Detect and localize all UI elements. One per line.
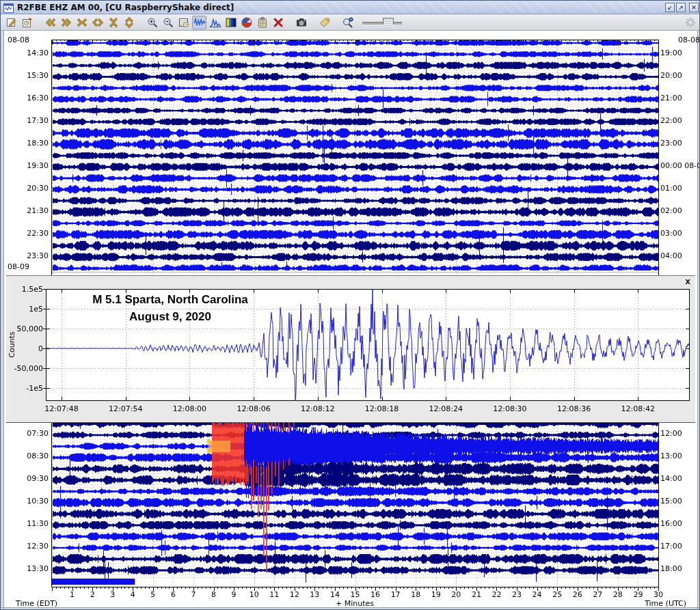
heli-time-label-right: 14:00 — [660, 474, 682, 484]
wave-view-icon — [193, 16, 206, 29]
heli-time-label-left: 18:30 — [1, 139, 49, 148]
inset-xtick-label: 12:07:48 — [34, 404, 89, 413]
heli-time-label-right: 02:00 — [660, 206, 682, 216]
minute-tick-label: 25 — [548, 590, 567, 600]
helicorder-settings-button[interactable] — [176, 16, 191, 29]
expand-time-button[interactable] — [90, 16, 105, 29]
minute-tick-label: 27 — [588, 590, 607, 600]
spectrogram-view-button[interactable] — [224, 16, 238, 29]
heli-time-label-right: 03:00 — [660, 229, 682, 238]
scroll-back-icon — [44, 16, 57, 29]
heli-time-label-right: 01:00 — [660, 184, 682, 193]
heli-time-label-left: 16:30 — [1, 94, 49, 103]
open-wave-source-button[interactable] — [4, 16, 18, 29]
inset-xtick-label: 12:07:54 — [98, 404, 153, 413]
inset-xtick-label: 12:08:36 — [547, 404, 602, 413]
search-events-icon — [342, 16, 354, 29]
heli-time-label-right: 22:00 — [660, 116, 682, 126]
heli-time-label-left: 13:30 — [1, 564, 49, 574]
zoom-in-button[interactable] — [145, 16, 159, 29]
minute-tick-label: 15 — [346, 590, 365, 600]
spectra-view-icon — [209, 16, 221, 29]
inset-title-line1: M 5.1 Sparta, North Carolina — [61, 291, 280, 308]
inset-close-button[interactable]: x — [683, 277, 692, 286]
settings-gear-button — [683, 16, 697, 29]
gain-slider[interactable] — [362, 17, 402, 28]
minute-tick-label: 14 — [325, 590, 345, 600]
close-button[interactable]: ✕ — [689, 3, 699, 12]
minute-tick-label: 4 — [123, 590, 142, 600]
minute-tick-label: 10 — [245, 590, 264, 600]
capture-image-button[interactable] — [294, 16, 308, 29]
expand-height-button[interactable] — [122, 16, 136, 29]
heli-time-label-right: 20:00 — [660, 71, 682, 81]
inset-xtick-label: 12:08:42 — [610, 404, 665, 413]
heli-date-label: 08-08 — [8, 36, 29, 45]
compress-time-button[interactable] — [75, 16, 89, 29]
zoom-out-icon — [162, 16, 174, 29]
wave-view-button[interactable] — [192, 16, 206, 29]
slider-thumb[interactable] — [383, 18, 394, 29]
heli-time-label-left: 19:30 — [1, 161, 49, 171]
minute-tick-label: 13 — [305, 590, 324, 600]
scroll-forward-button[interactable] — [59, 16, 73, 29]
slider-groove — [362, 22, 402, 25]
copy-clipboard-button[interactable] — [255, 16, 269, 29]
heli-time-label-right: 19:00 — [660, 48, 682, 58]
heli-time-label-right: 12:00 — [660, 429, 682, 439]
inset-xtick-label: 12:08:12 — [291, 404, 345, 413]
app-window: R2FBE EHZ AM 00, [CU RaspberryShake dire… — [0, 0, 700, 610]
heli-date-label: 08-08 — [678, 36, 700, 45]
heli-time-label-left: 22:30 — [1, 229, 49, 238]
phase-tag-button[interactable] — [317, 16, 332, 29]
zoom-out-button[interactable] — [161, 16, 175, 29]
minute-tick-label: 29 — [628, 590, 647, 600]
heli-time-label-left: 21:30 — [1, 206, 49, 216]
minute-tick-label: 3 — [103, 590, 122, 600]
rsam-view-button[interactable] — [239, 16, 254, 29]
maximize-button[interactable]: ↗ — [676, 3, 686, 12]
inset-ytick-label: 0 — [6, 344, 43, 353]
heli-time-label-left: 17:30 — [1, 116, 49, 126]
heli-time-label-right: 16:00 — [660, 519, 682, 529]
scroll-forward-icon — [60, 16, 72, 29]
remove-wave-button[interactable] — [271, 16, 285, 29]
wave-inset-panel: M 5.1 Sparta, North Carolina August 9, 2… — [6, 275, 695, 423]
rsam-view-icon — [241, 16, 253, 29]
time-utc-axis-label: Time (UTC) — [602, 599, 686, 609]
heli-time-label-right: 23:00 — [660, 139, 682, 148]
minute-tick-label: 12 — [285, 590, 304, 600]
minute-tick-label: 30 — [649, 590, 668, 600]
inset-xtick-label: 12:08:24 — [418, 404, 473, 413]
minute-tick-label: 8 — [204, 590, 224, 600]
inset-ytick-label: -1e5 — [6, 384, 43, 393]
heli-time-label-right: 00:00 08-09 — [660, 161, 700, 171]
expand-time-icon — [92, 16, 104, 29]
inset-xtick-label: 12:08:00 — [162, 404, 217, 413]
inset-ytick-label: 1.5e5 — [6, 285, 43, 294]
search-events-button[interactable] — [340, 16, 355, 29]
capture-image-icon — [295, 16, 308, 29]
heli-time-label-left: 15:30 — [1, 71, 49, 81]
title-bar[interactable]: R2FBE EHZ AM 00, [CU RaspberryShake dire… — [1, 1, 700, 14]
inset-xtick-label: 12:08:18 — [355, 404, 409, 413]
minute-tick-label: 16 — [366, 590, 385, 600]
heli-time-label-right: 15:00 — [660, 497, 682, 506]
remove-wave-icon — [272, 16, 284, 29]
compress-height-button[interactable] — [106, 16, 120, 29]
heli-time-label-left: 07:30 — [1, 429, 49, 439]
time-edt-axis-label: Time (EDT) — [16, 599, 57, 609]
spectra-view-button[interactable] — [208, 16, 222, 29]
minute-tick-label: 9 — [224, 590, 243, 600]
scroll-back-button[interactable] — [43, 16, 57, 29]
compress-time-icon — [76, 16, 88, 29]
heli-time-label-right: 04:00 — [660, 251, 682, 261]
zoom-in-icon — [146, 16, 159, 29]
inset-ytick-label: -50,000 — [6, 364, 43, 373]
restore-button[interactable]: ↙ — [665, 3, 675, 12]
minute-tick-label: 24 — [528, 590, 547, 600]
copy-clipboard-icon — [256, 16, 269, 29]
minute-tick-label: 11 — [265, 590, 284, 600]
time-settings-button[interactable] — [20, 16, 34, 29]
plus-minutes-axis-label: + Minutes — [286, 599, 423, 609]
